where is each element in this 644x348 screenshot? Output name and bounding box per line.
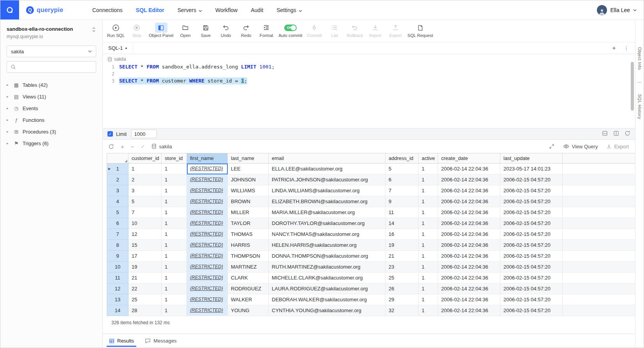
sidebar-item-triggers-6[interactable]: ▸⚑Triggers (6) <box>7 137 96 149</box>
cell-last_name[interactable]: THOMPSON <box>228 251 269 262</box>
cell-customer_id[interactable]: 28 <box>128 305 162 316</box>
cell-store_id[interactable]: 1 <box>162 174 187 185</box>
cell-first_name[interactable]: {RESTRICTED} <box>187 229 228 240</box>
row-number-cell[interactable]: 9 <box>107 251 128 262</box>
apply-changes-icon[interactable]: ✓ <box>141 144 145 149</box>
side-tab-sql-history[interactable]: SQL History <box>637 94 642 119</box>
limit-checkbox[interactable]: ✓ <box>107 131 113 137</box>
row-number-cell[interactable]: 13 <box>107 294 128 305</box>
cell-store_id[interactable]: 1 <box>162 240 187 251</box>
cell-create_date[interactable]: 2006-02-14 22:04:36 <box>438 185 500 196</box>
app-logo[interactable] <box>0 0 19 19</box>
nav-item-servers[interactable]: Servers <box>178 7 202 13</box>
cell-email[interactable]: MICHELLE.CLARK@sakilacustomer.org <box>269 272 385 283</box>
cell-store_id[interactable]: 1 <box>162 262 187 272</box>
cell-customer_id[interactable]: 21 <box>128 272 162 283</box>
tab-sql-1[interactable]: SQL-1 • <box>103 42 134 54</box>
split-horizontal-icon[interactable] <box>602 130 608 138</box>
cell-last_name[interactable]: JOHNSON <box>228 174 269 185</box>
sidebar-item-functions[interactable]: ▸ƒFunctions <box>7 114 96 126</box>
tab-results[interactable]: Results <box>109 334 134 348</box>
row-number-cell[interactable]: 6 <box>107 218 128 229</box>
nav-item-workflow[interactable]: Workflow <box>215 7 238 13</box>
cell-address_id[interactable]: 14 <box>385 218 419 229</box>
column-header-email[interactable]: email <box>269 153 385 163</box>
row-number-cell[interactable]: 2 <box>107 174 128 185</box>
cell-active[interactable]: 1 <box>419 229 438 240</box>
cell-customer_id[interactable]: 25 <box>128 294 162 305</box>
column-header-last_update[interactable]: last_update <box>500 153 563 163</box>
cell-store_id[interactable]: 1 <box>162 251 187 262</box>
nav-item-connections[interactable]: Connections <box>92 7 123 13</box>
cell-create_date[interactable]: 2006-02-14 22:04:36 <box>438 294 500 305</box>
cell-email[interactable]: DOROTHY.TAYLOR@sakilacustomer.org <box>269 218 385 229</box>
cell-last_update[interactable]: 2006-02-15 04:57:20 <box>500 218 563 229</box>
cell-customer_id[interactable]: 7 <box>128 207 162 218</box>
cell-first_name[interactable]: {RESTRICTED} <box>187 185 228 196</box>
add-tab-button[interactable]: + <box>612 45 616 51</box>
cell-email[interactable]: DEBORAH.WALKER@sakilacustomer.org <box>269 294 385 305</box>
cell-last_name[interactable]: WILLIAMS <box>228 185 269 196</box>
toolbar-stop-button[interactable]: Stop <box>127 22 147 39</box>
brand[interactable]: Q querypie <box>26 6 81 14</box>
row-number-cell[interactable]: 4 <box>107 196 128 207</box>
cell-address_id[interactable]: 32 <box>385 305 419 316</box>
cell-last_name[interactable]: BROWN <box>228 196 269 207</box>
cell-store_id[interactable]: 1 <box>162 218 187 229</box>
toolbar-list-button[interactable]: List <box>324 22 345 39</box>
cell-last_update[interactable]: 2006-02-15 04:57:20 <box>500 174 563 185</box>
column-header-active[interactable]: active <box>419 153 438 163</box>
cell-last_name[interactable]: MILLER <box>228 207 269 218</box>
toolbar-sql-request-button[interactable]: SQL Request <box>406 22 435 39</box>
toolbar-auto-commit-button[interactable]: ONAuto commit <box>276 22 304 39</box>
cell-email[interactable]: HELEN.HARRIS@sakilacustomer.org <box>269 240 385 251</box>
cell-first_name[interactable]: {RESTRICTED} <box>187 262 228 272</box>
toolbar-run-sql-button[interactable]: Run SQL <box>105 22 127 39</box>
cell-email[interactable]: CYNTHIA.YOUNG@sakilacustomer.org <box>269 305 385 316</box>
expand-results-icon[interactable] <box>549 144 554 149</box>
cell-address_id[interactable]: 7 <box>385 185 419 196</box>
cell-customer_id[interactable]: 15 <box>128 240 162 251</box>
toolbar-redo-button[interactable]: Redo <box>236 22 256 39</box>
cell-email[interactable]: RUTH.MARTINEZ@sakilacustomer.org <box>269 262 385 272</box>
cell-customer_id[interactable]: 12 <box>128 229 162 240</box>
cell-email[interactable]: MARIA.MILLER@sakilacustomer.org <box>269 207 385 218</box>
sidebar-item-events[interactable]: ▸◷Events <box>7 102 96 114</box>
toolbar-format-button[interactable]: Format <box>256 22 276 39</box>
side-tab-object-info[interactable]: Object Info <box>637 47 642 70</box>
column-header-address_id[interactable]: address_id <box>385 153 419 163</box>
cell-email[interactable]: ELLA.LEE@sakilacustomer.org <box>269 163 385 174</box>
column-header-first_name[interactable]: first_name <box>187 153 228 163</box>
user-menu[interactable]: Ella Lee <box>597 5 644 15</box>
row-number-cell[interactable]: 1▶ <box>107 163 128 174</box>
cell-create_date[interactable]: 2006-02-14 22:04:36 <box>438 283 500 294</box>
column-header-last_name[interactable]: last_name <box>228 153 269 163</box>
cell-active[interactable]: 1 <box>419 262 438 272</box>
add-row-icon[interactable]: + <box>121 144 124 149</box>
refresh-layout-icon[interactable] <box>625 130 630 138</box>
cell-last_update[interactable]: 2006-02-15 04:57:20 <box>500 262 563 272</box>
cell-store_id[interactable]: 1 <box>162 207 187 218</box>
cell-address_id[interactable]: 5 <box>385 163 419 174</box>
cell-create_date[interactable]: 2006-02-14 22:04:36 <box>438 174 500 185</box>
cell-store_id[interactable]: 1 <box>162 185 187 196</box>
refresh-results-icon[interactable] <box>108 144 114 149</box>
cell-active[interactable]: 1 <box>419 185 438 196</box>
cell-customer_id[interactable]: 1 <box>128 163 162 174</box>
cell-last_update[interactable]: 2006-02-15 04:57:20 <box>500 207 563 218</box>
cell-store_id[interactable]: 1 <box>162 196 187 207</box>
cell-last_update[interactable]: 2006-02-15 04:57:20 <box>500 251 563 262</box>
cell-customer_id[interactable]: 19 <box>128 262 162 272</box>
cell-first_name[interactable]: {RESTRICTED} <box>187 305 228 316</box>
cell-create_date[interactable]: 2006-02-14 22:04:36 <box>438 229 500 240</box>
cell-first_name[interactable]: {RESTRICTED} <box>187 251 228 262</box>
cell-last_update[interactable]: 2006-02-15 04:57:20 <box>500 283 563 294</box>
cell-create_date[interactable]: 2006-02-14 22:04:36 <box>438 207 500 218</box>
toolbar-undo-button[interactable]: Undo <box>216 22 236 39</box>
cell-last_update[interactable]: 2006-02-15 04:57:20 <box>500 305 563 316</box>
search-input[interactable] <box>19 64 92 70</box>
cell-email[interactable]: NANCY.THOMAS@sakilacustomer.org <box>269 229 385 240</box>
cell-last_name[interactable]: WALKER <box>228 294 269 305</box>
cell-last_update[interactable]: 2006-02-15 04:57:20 <box>500 229 563 240</box>
cell-active[interactable]: 1 <box>419 272 438 283</box>
